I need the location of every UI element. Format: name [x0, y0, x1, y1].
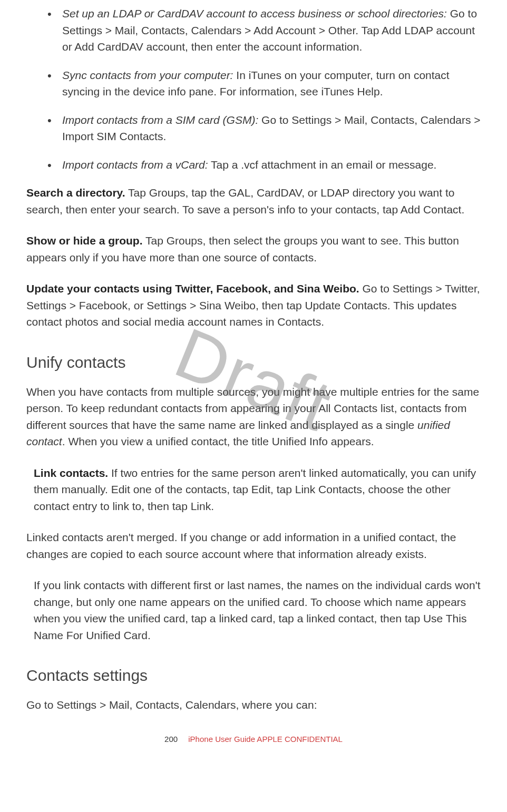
para-bold: Search a directory.	[26, 187, 125, 199]
bullet-item-sync: Sync contacts from your computer: In iTu…	[47, 67, 481, 100]
para-search-directory: Search a directory. Tap Groups, tap the …	[26, 184, 481, 218]
page-number: 200	[164, 735, 178, 743]
bullet-item-ldap: Set up an LDAP or CardDAV account to acc…	[47, 5, 481, 55]
heading-contacts-settings: Contacts settings	[26, 663, 481, 687]
bullet-rest: Tap a .vcf attachment in an email or mes…	[208, 159, 437, 171]
bullet-item-vcard: Import contacts from a vCard: Tap a .vcf…	[47, 156, 481, 173]
para-bold: Link contacts.	[34, 467, 108, 479]
para-show-hide-group: Show or hide a group. Tap Groups, then s…	[26, 232, 481, 266]
bullet-list: Set up an LDAP or CardDAV account to acc…	[26, 5, 481, 173]
document-content: Set up an LDAP or CardDAV account to acc…	[26, 5, 481, 713]
para-update-contacts: Update your contacts using Twitter, Face…	[26, 280, 481, 330]
bullet-lead: Import contacts from a vCard:	[62, 159, 208, 171]
bullet-item-sim: Import contacts from a SIM card (GSM): G…	[47, 112, 481, 145]
para-not-merged: Linked contacts aren't merged. If you ch…	[26, 529, 481, 562]
para-bold: Show or hide a group.	[26, 234, 143, 247]
heading-unify-contacts: Unify contacts	[26, 350, 481, 374]
page-footer: 200 iPhone User Guide APPLE CONFIDENTIAL	[26, 735, 481, 743]
unify-intro-post: . When you view a unified contact, the t…	[62, 435, 374, 447]
para-link-contacts: Link contacts. If two entries for the sa…	[26, 465, 481, 515]
para-diff-names: If you link contacts with different firs…	[26, 577, 481, 643]
unify-intro-pre: When you have contacts from multiple sou…	[26, 386, 479, 431]
bullet-lead: Sync contacts from your computer:	[62, 69, 233, 81]
bullet-lead: Import contacts from a SIM card (GSM):	[62, 114, 258, 126]
confidential-label: APPLE CONFIDENTIAL	[255, 735, 343, 743]
para-unify-intro: When you have contacts from multiple sou…	[26, 384, 481, 450]
para-bold: Update your contacts using Twitter, Face…	[26, 282, 359, 295]
para-settings-intro: Go to Settings > Mail, Contacts, Calenda…	[26, 697, 481, 713]
bullet-lead: Set up an LDAP or CardDAV account to acc…	[62, 7, 447, 19]
guide-name: iPhone User Guide	[188, 735, 255, 743]
